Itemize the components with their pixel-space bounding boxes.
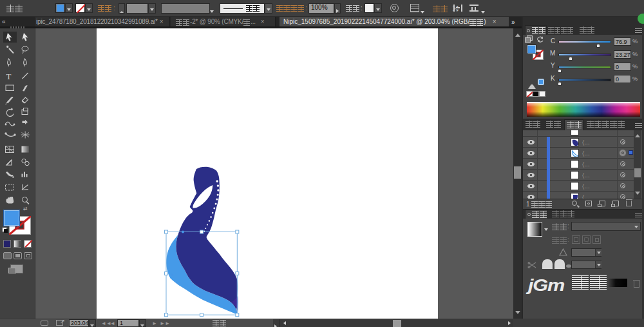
svg-text:T: T [6,72,12,81]
